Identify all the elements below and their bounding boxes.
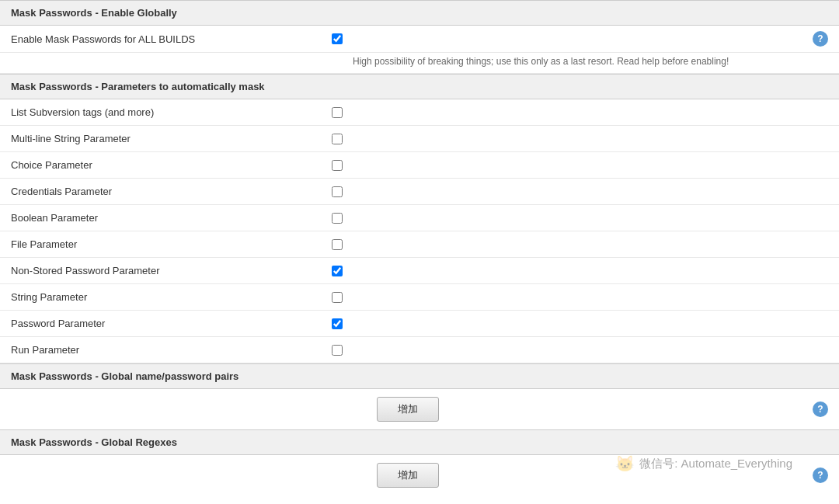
row-file-param: File Parameter [0, 231, 839, 258]
global-regexes-button-row: 增加 ? [0, 455, 839, 495]
row-choice-param: Choice Parameter [0, 152, 839, 179]
label-enable-all-builds: Enable Mask Passwords for ALL BUILDS [11, 33, 322, 45]
control-credentials-param [322, 186, 353, 197]
label-password-param: Password Parameter [11, 318, 322, 329]
add-button-global-pairs[interactable]: 增加 [377, 397, 439, 422]
row-password-param: Password Parameter [0, 311, 839, 337]
checkbox-run-param[interactable] [332, 345, 343, 356]
enable-note-row: High possibility of breaking things; use… [0, 53, 839, 74]
help-icon-global-regexes[interactable]: ? [813, 468, 828, 483]
help-icon-enable-all-builds[interactable]: ? [813, 31, 828, 47]
label-string-param: String Parameter [11, 291, 322, 303]
label-non-stored-password: Non-Stored Password Parameter [11, 265, 322, 276]
label-list-subversion: List Subversion tags (and more) [11, 106, 322, 118]
section-header-enable-globally: Mask Passwords - Enable Globally [0, 0, 839, 26]
row-credentials-param: Credentials Parameter [0, 179, 839, 205]
section-header-global-pairs: Mask Passwords - Global name/password pa… [0, 363, 839, 389]
control-list-subversion [322, 107, 353, 118]
row-non-stored-password: Non-Stored Password Parameter [0, 258, 839, 284]
section-header-auto-mask: Mask Passwords - Parameters to automatic… [0, 74, 839, 99]
enable-note-text: High possibility of breaking things; use… [353, 56, 729, 67]
checkbox-boolean-param[interactable] [332, 213, 343, 224]
help-icon-global-pairs[interactable]: ? [813, 401, 828, 417]
page-container: Mask Passwords - Enable Globally Enable … [0, 0, 839, 504]
section-header-global-regexes: Mask Passwords - Global Regexes [0, 429, 839, 455]
row-run-param: Run Parameter [0, 337, 839, 363]
control-non-stored-password [322, 266, 353, 276]
checkbox-non-stored-password[interactable] [332, 266, 343, 276]
label-boolean-param: Boolean Parameter [11, 212, 322, 224]
checkbox-password-param[interactable] [332, 318, 343, 329]
checkbox-file-param[interactable] [332, 239, 343, 250]
control-run-param [322, 345, 353, 356]
label-choice-param: Choice Parameter [11, 159, 322, 171]
row-enable-all-builds: Enable Mask Passwords for ALL BUILDS ? [0, 26, 839, 53]
help-enable-all-builds: ? [353, 31, 828, 47]
label-credentials-param: Credentials Parameter [11, 186, 322, 197]
label-multiline-string: Multi-line String Parameter [11, 133, 322, 144]
row-multiline-string: Multi-line String Parameter [0, 126, 839, 152]
checkbox-multiline-string[interactable] [332, 134, 343, 144]
checkbox-string-param[interactable] [332, 292, 343, 303]
control-enable-all-builds [322, 33, 353, 44]
control-multiline-string [322, 134, 353, 144]
row-list-subversion: List Subversion tags (and more) [0, 99, 839, 126]
control-boolean-param [322, 213, 353, 224]
row-string-param: String Parameter [0, 284, 839, 311]
add-button-global-regexes[interactable]: 增加 [377, 463, 439, 488]
control-choice-param [322, 160, 353, 171]
control-file-param [322, 239, 353, 250]
checkbox-choice-param[interactable] [332, 160, 343, 171]
global-pairs-button-row: 增加 ? [0, 389, 839, 429]
control-password-param [322, 318, 353, 329]
label-run-param: Run Parameter [11, 344, 322, 356]
control-string-param [322, 292, 353, 303]
checkbox-enable-all-builds[interactable] [332, 33, 343, 44]
label-file-param: File Parameter [11, 238, 322, 250]
checkbox-list-subversion[interactable] [332, 107, 343, 118]
row-boolean-param: Boolean Parameter [0, 205, 839, 231]
checkbox-credentials-param[interactable] [332, 186, 343, 197]
